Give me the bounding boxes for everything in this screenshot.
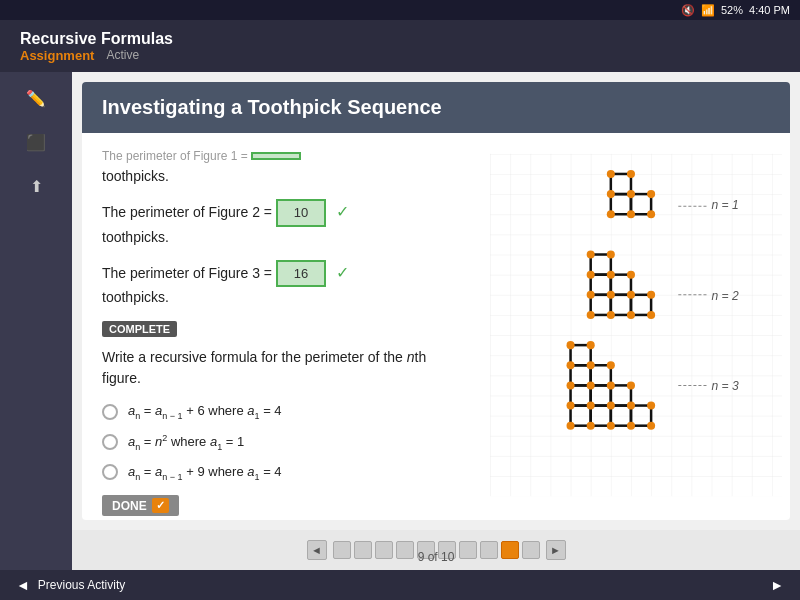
svg-point-11 [627, 170, 635, 178]
svg-point-13 [627, 190, 635, 198]
svg-point-48 [587, 341, 595, 349]
svg-point-59 [627, 402, 635, 410]
fig2-unit: toothpicks. [102, 229, 169, 245]
svg-point-65 [647, 422, 655, 430]
svg-point-31 [627, 291, 635, 299]
option-2-label: an = n2 where a1 = 1 [128, 433, 244, 452]
svg-point-28 [627, 271, 635, 279]
option-3-label: an = an − 1 + 9 where a1 = 4 [128, 464, 282, 482]
svg-point-61 [567, 422, 575, 430]
svg-point-52 [567, 381, 575, 389]
svg-point-34 [607, 311, 615, 319]
fig1-unit: toothpicks. [102, 168, 169, 184]
upload-icon[interactable]: ⬆ [14, 168, 58, 204]
svg-point-53 [587, 381, 595, 389]
svg-point-51 [607, 361, 615, 369]
footer-right-arrow[interactable]: ► [770, 577, 784, 593]
pencil-icon[interactable]: ✏️ [14, 80, 58, 116]
svg-point-32 [647, 291, 655, 299]
figure2-row: The perimeter of Figure 2 = 10 ✓ toothpi… [102, 199, 462, 248]
svg-point-29 [587, 291, 595, 299]
svg-point-24 [587, 250, 595, 258]
toothpick-diagram: n = 1 n = 2 n = 3 [490, 141, 782, 509]
svg-point-49 [567, 361, 575, 369]
footer-left-arrow: ◄ [16, 577, 30, 593]
svg-point-62 [587, 422, 595, 430]
svg-point-33 [587, 311, 595, 319]
done-check-icon: ✓ [152, 498, 169, 513]
fig3-input[interactable]: 16 [276, 260, 326, 288]
status-badge: Active [106, 48, 139, 62]
figure1-row: The perimeter of Figure 1 = toothpicks. [102, 145, 462, 187]
radio-group: an = an − 1 + 6 where a1 = 4 an = n2 whe… [102, 403, 462, 481]
card-title: Investigating a Toothpick Sequence [82, 82, 790, 133]
radio-option-1[interactable]: an = an − 1 + 6 where a1 = 4 [102, 403, 462, 421]
svg-point-15 [607, 210, 615, 218]
right-panel: n = 1 n = 2 n = 3 [482, 133, 790, 517]
fig1-input[interactable] [251, 152, 301, 160]
radio-option-2[interactable]: an = n2 where a1 = 1 [102, 433, 462, 452]
svg-point-47 [567, 341, 575, 349]
page-title: Recursive Formulas [20, 30, 173, 48]
svg-point-58 [607, 402, 615, 410]
svg-point-35 [627, 311, 635, 319]
clipboard-icon[interactable]: ⬛ [14, 124, 58, 160]
radio-option-3[interactable]: an = an − 1 + 9 where a1 = 4 [102, 464, 462, 482]
svg-point-10 [607, 170, 615, 178]
option-1-label: an = an − 1 + 6 where a1 = 4 [128, 403, 282, 421]
fig2-checkmark: ✓ [336, 203, 349, 220]
figure3-row: The perimeter of Figure 3 = 16 ✓ toothpi… [102, 260, 462, 309]
wifi-icon: 📶 [701, 4, 715, 17]
complete-badge: COMPLETE [102, 321, 177, 337]
footer: ◄ Previous Activity ► [0, 570, 800, 600]
svg-point-12 [607, 190, 615, 198]
svg-text:n = 2: n = 2 [712, 289, 739, 303]
left-panel: The perimeter of Figure 1 = toothpicks. … [82, 133, 482, 517]
svg-point-64 [627, 422, 635, 430]
done-button[interactable]: DONE ✓ [102, 495, 179, 516]
time-display: 4:40 PM [749, 4, 790, 16]
done-label: DONE [112, 499, 147, 513]
fig3-checkmark: ✓ [336, 264, 349, 281]
svg-point-57 [587, 402, 595, 410]
question-text: Write a recursive formula for the perime… [102, 347, 462, 389]
svg-point-17 [647, 210, 655, 218]
svg-point-26 [587, 271, 595, 279]
fig3-label: The perimeter of Figure 3 = [102, 265, 272, 281]
mute-icon: 🔇 [681, 4, 695, 17]
svg-point-56 [567, 402, 575, 410]
radio-circle-1[interactable] [102, 404, 118, 420]
header: Recursive Formulas Assignment Active [0, 20, 800, 72]
page-label: 9 of 10 [418, 550, 455, 564]
fig2-input[interactable]: 10 [276, 199, 326, 227]
svg-point-14 [647, 190, 655, 198]
main-content: Investigating a Toothpick Sequence The p… [72, 72, 800, 530]
svg-text:n = 3: n = 3 [712, 379, 739, 393]
status-bar: 🔇 📶 52% 4:40 PM [0, 0, 800, 20]
svg-point-27 [607, 271, 615, 279]
fig1-label: The perimeter of Figure 1 = [102, 149, 251, 163]
sidebar: ✏️ ⬛ ⬆ [0, 72, 72, 570]
assignment-label: Assignment [20, 48, 94, 63]
previous-activity-label: Previous Activity [38, 578, 125, 592]
card-body: The perimeter of Figure 1 = toothpicks. … [82, 133, 790, 517]
svg-point-16 [627, 210, 635, 218]
radio-circle-3[interactable] [102, 464, 118, 480]
previous-activity-button[interactable]: ◄ Previous Activity [16, 577, 125, 593]
battery-level: 52% [721, 4, 743, 16]
svg-point-50 [587, 361, 595, 369]
fig2-label: The perimeter of Figure 2 = [102, 204, 272, 220]
svg-point-30 [607, 291, 615, 299]
radio-circle-2[interactable] [102, 434, 118, 450]
svg-point-25 [607, 250, 615, 258]
svg-point-63 [607, 422, 615, 430]
svg-point-36 [647, 311, 655, 319]
svg-point-60 [647, 402, 655, 410]
svg-text:n = 1: n = 1 [712, 198, 739, 212]
content-card: Investigating a Toothpick Sequence The p… [82, 82, 790, 520]
svg-point-55 [627, 381, 635, 389]
fig3-unit: toothpicks. [102, 289, 169, 305]
svg-point-54 [607, 381, 615, 389]
